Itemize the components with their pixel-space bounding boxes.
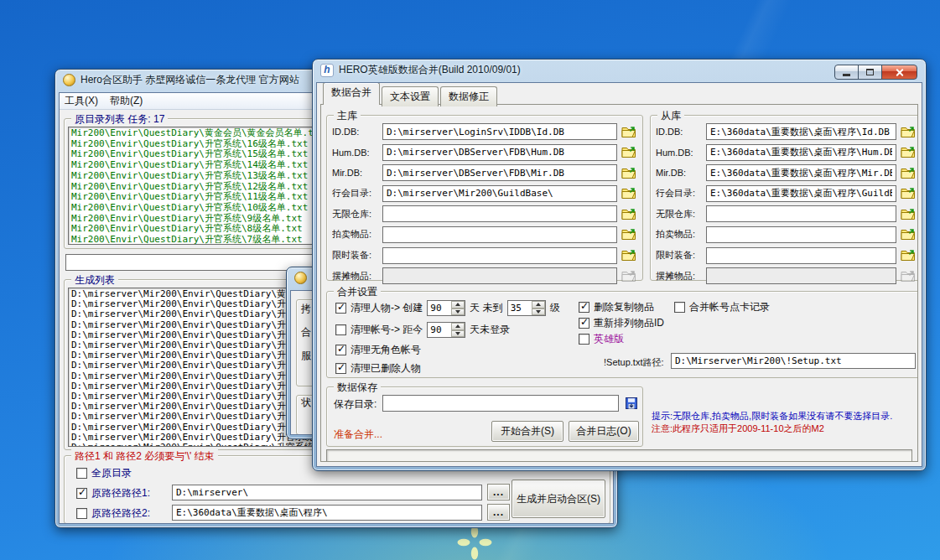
open-folder-button[interactable] xyxy=(621,125,637,139)
arrow-down-icon xyxy=(536,310,541,314)
db-path-input[interactable] xyxy=(706,247,896,264)
db-field-label: Mir.DB: xyxy=(656,168,703,178)
tabstrip: 数据合并 文本设置 数据修正 xyxy=(323,86,499,105)
tab-data-merge[interactable]: 数据合并 xyxy=(323,82,380,105)
db-field-label: 摆摊物品: xyxy=(332,270,379,283)
spin-up-button[interactable] xyxy=(451,323,465,330)
open-folder-button[interactable] xyxy=(900,145,917,159)
spin-up-button[interactable] xyxy=(532,301,545,309)
db-field-label: 限时装备: xyxy=(656,249,703,262)
arrow-down-icon xyxy=(455,310,460,314)
open-folder-button[interactable] xyxy=(621,269,637,283)
open-folder-button[interactable] xyxy=(900,227,917,241)
spin-down-button[interactable] xyxy=(451,330,465,338)
progress-status-bar xyxy=(326,449,912,462)
clean-account-days-stepper xyxy=(427,322,465,338)
hero-window-title: HERO英雄版数据合并(Build 2010/09/01) xyxy=(339,63,521,77)
db-path-input[interactable] xyxy=(382,267,617,284)
open-folder-button[interactable] xyxy=(900,269,917,283)
merge-status-text: 准备合并... xyxy=(334,428,382,442)
open-folder-button[interactable] xyxy=(621,227,637,241)
db-path-input[interactable] xyxy=(706,226,896,243)
path1-checkbox[interactable] xyxy=(76,488,87,499)
setup-path-input[interactable] xyxy=(671,353,916,369)
open-folder-button[interactable] xyxy=(900,166,917,180)
clean-char-days-input[interactable] xyxy=(428,301,451,315)
folder-open-icon xyxy=(901,270,916,283)
db-path-input[interactable] xyxy=(706,205,896,222)
path1-browse-button[interactable]: ... xyxy=(487,484,510,500)
mini-label-1: 拷 xyxy=(301,302,311,316)
spin-down-button[interactable] xyxy=(451,309,465,316)
main-db-group: 主库 ID.DB: xyxy=(326,115,643,281)
windows-flower-icon xyxy=(456,525,493,560)
open-folder-button[interactable] xyxy=(621,145,637,159)
clean-char-checkbox[interactable] xyxy=(335,303,346,314)
tab-data-fix[interactable]: 数据修正 xyxy=(440,86,497,106)
clean-no-role-checkbox[interactable] xyxy=(335,345,346,355)
path1-input[interactable] xyxy=(172,485,482,500)
hero-app-icon xyxy=(320,64,334,77)
db-path-input[interactable] xyxy=(382,226,617,243)
tab-text-settings[interactable]: 文本设置 xyxy=(382,86,439,106)
save-dir-input[interactable] xyxy=(382,395,619,412)
open-folder-button[interactable] xyxy=(621,207,637,221)
db-path-input[interactable] xyxy=(706,164,896,181)
start-merge-button[interactable]: 开始合并(S) xyxy=(491,421,563,442)
close-button[interactable] xyxy=(881,65,917,80)
open-folder-button[interactable] xyxy=(900,125,917,139)
open-folder-button[interactable] xyxy=(621,186,637,200)
path2-checkbox[interactable] xyxy=(76,508,87,519)
maximize-button[interactable] xyxy=(858,65,882,80)
open-folder-button[interactable] xyxy=(900,207,917,221)
save-button-icon-wrap[interactable] xyxy=(623,396,640,410)
open-folder-button[interactable] xyxy=(900,186,917,200)
path2-browse-button[interactable]: ... xyxy=(487,504,510,521)
clean-deleted-checkbox[interactable] xyxy=(335,363,346,374)
path2-input[interactable] xyxy=(172,505,482,521)
db-path-input[interactable] xyxy=(382,123,617,140)
spin-down-button[interactable] xyxy=(532,309,545,316)
folder-open-icon xyxy=(621,208,636,220)
clean-char-days-stepper xyxy=(427,300,465,316)
db-field-label: ID.DB: xyxy=(332,127,379,137)
merge-card-checkbox[interactable] xyxy=(674,302,685,313)
clean-account-checkbox[interactable] xyxy=(335,324,346,335)
db-path-input[interactable] xyxy=(706,185,896,202)
db-path-input[interactable] xyxy=(382,185,617,202)
folder-open-icon xyxy=(901,187,916,200)
main-db-title: 主库 xyxy=(334,109,361,123)
generate-start-button[interactable]: 生成并启动合区(S) xyxy=(512,480,605,518)
tab-page-data-merge: 主库 ID.DB: xyxy=(320,104,918,462)
clean-deleted-label: 清理已删除人物 xyxy=(351,361,421,376)
full-dir-checkbox[interactable] xyxy=(76,468,87,479)
delete-dup-items-checkbox[interactable] xyxy=(579,302,589,313)
db-path-input[interactable] xyxy=(382,164,617,181)
db-path-input[interactable] xyxy=(706,267,896,284)
db-path-input[interactable] xyxy=(706,144,896,161)
open-folder-button[interactable] xyxy=(900,248,917,262)
hero-version-checkbox[interactable] xyxy=(579,334,589,345)
open-folder-button[interactable] xyxy=(621,166,637,180)
generated-list-group-title: 生成列表 xyxy=(71,273,118,288)
db-path-input[interactable] xyxy=(382,144,617,161)
db-path-input[interactable] xyxy=(382,205,617,222)
menu-help[interactable]: 帮助(Z) xyxy=(110,94,143,108)
db-path-input[interactable] xyxy=(706,123,896,140)
spin-up-button[interactable] xyxy=(451,301,465,309)
path2-label: 原路径路径2: xyxy=(91,506,150,521)
db-field-label: 无限仓库: xyxy=(656,208,703,220)
minimize-button[interactable] xyxy=(834,65,859,80)
clean-account-days-input[interactable] xyxy=(428,323,451,337)
clean-char-level-input[interactable] xyxy=(508,301,532,315)
maximize-icon xyxy=(866,69,874,75)
merge-log-button[interactable]: 合并日志(O) xyxy=(569,421,639,442)
folder-open-icon xyxy=(901,167,916,179)
menu-tools[interactable]: 工具(X) xyxy=(65,94,98,108)
mini-app-icon xyxy=(294,272,307,284)
resort-items-checkbox[interactable] xyxy=(579,318,589,329)
open-folder-button[interactable] xyxy=(621,248,637,262)
db-path-input[interactable] xyxy=(382,247,617,264)
desktop: Hero合区助手 赤壁网络诚信一条龙代理 官方网站 工具(X) 帮助(Z) 原目… xyxy=(0,0,940,560)
db-field-row: 限时装备: xyxy=(332,247,637,264)
